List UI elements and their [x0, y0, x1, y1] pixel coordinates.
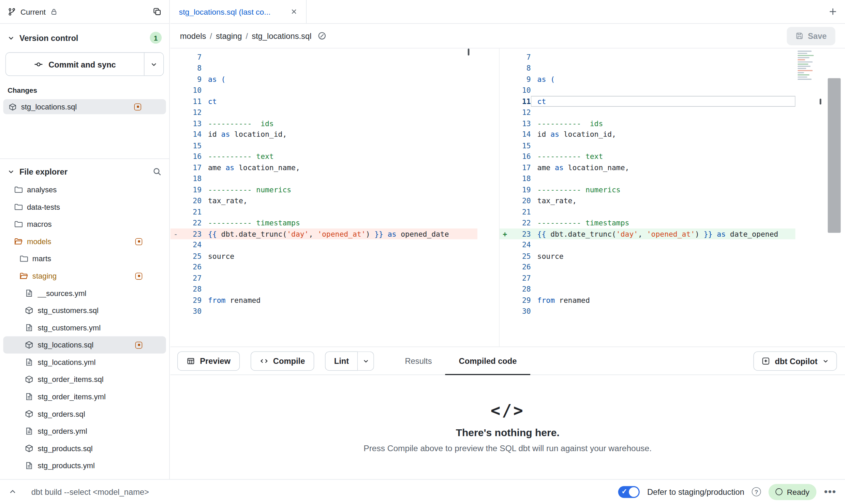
- file-tree-item-stg_locations.sql[interactable]: stg_locations.sql: [3, 336, 166, 354]
- code-line-20[interactable]: 20tax_rate,: [500, 195, 796, 206]
- lint-button[interactable]: Lint: [325, 351, 358, 371]
- code-line-26[interactable]: 26: [170, 261, 477, 272]
- code-line-24[interactable]: 24: [170, 239, 477, 250]
- lint-options-chevron[interactable]: [358, 351, 374, 371]
- diff-pane-original[interactable]: 6789as (1011ct1213---------- ids14id as …: [170, 48, 477, 346]
- code-line-26[interactable]: 26: [500, 261, 796, 272]
- file-tree-item-stg_customers.sql[interactable]: stg_customers.sql: [3, 302, 166, 319]
- code-line-15[interactable]: 15: [500, 140, 796, 151]
- right-pane-scrollbar[interactable]: [820, 99, 821, 104]
- code-line-9[interactable]: 9as (: [500, 74, 796, 85]
- chevron-up-icon[interactable]: [9, 488, 17, 496]
- file-tree-item-stg_orders.sql[interactable]: stg_orders.sql: [3, 405, 166, 423]
- file-tree-item-macros[interactable]: macros: [3, 216, 166, 233]
- preview-button[interactable]: Preview: [177, 351, 240, 371]
- editor-scrollbar-thumb[interactable]: [828, 78, 841, 233]
- code-line-23[interactable]: -23{{ dbt.date_trunc('day', 'opened_at')…: [170, 228, 477, 239]
- code-line-9[interactable]: 9as (: [170, 74, 477, 85]
- file-tree-item-__sources.yml[interactable]: __sources.yml: [3, 284, 166, 302]
- code-line-14[interactable]: 14id as location_id,: [170, 129, 477, 140]
- code-line-13[interactable]: 13---------- ids: [170, 118, 477, 129]
- code-line-21[interactable]: 21: [170, 206, 477, 217]
- code-line-19[interactable]: 19---------- numerics: [500, 184, 796, 195]
- file-tree-item-models[interactable]: models: [3, 233, 166, 250]
- breadcrumb-file[interactable]: stg_locations.sql: [252, 31, 311, 41]
- code-line-29[interactable]: 29from renamed: [170, 295, 477, 306]
- code-line-10[interactable]: 10: [500, 85, 796, 95]
- code-line-18[interactable]: 18: [170, 173, 477, 184]
- close-icon[interactable]: [291, 8, 298, 15]
- file-tree-item-marts[interactable]: marts: [3, 250, 166, 267]
- code-line-6[interactable]: 6: [170, 48, 477, 51]
- code-line-21[interactable]: 21: [500, 206, 796, 217]
- left-pane-scrollbar[interactable]: [468, 48, 470, 56]
- defer-toggle[interactable]: ✓: [618, 486, 640, 498]
- slash-circle-icon[interactable]: [317, 31, 327, 41]
- code-line-25[interactable]: 25source: [170, 250, 477, 261]
- code-line-24[interactable]: 24: [500, 239, 796, 250]
- search-icon[interactable]: [152, 167, 162, 176]
- file-tree-item-analyses[interactable]: analyses: [3, 181, 166, 198]
- code-line-22[interactable]: 22---------- timestamps: [500, 217, 796, 228]
- code-line-25[interactable]: 25source: [500, 250, 796, 261]
- save-button[interactable]: Save: [787, 27, 835, 45]
- minimap[interactable]: [796, 49, 817, 82]
- file-tree-item-stg_customers.yml[interactable]: stg_customers.yml: [3, 319, 166, 337]
- code-line-12[interactable]: 12: [500, 107, 796, 118]
- code-line-12[interactable]: 12: [170, 107, 477, 118]
- commit-options-chevron[interactable]: [144, 53, 163, 75]
- diff-pane-modified[interactable]: 6789as (1011ct1213---------- ids14id as …: [499, 48, 795, 346]
- code-line-30[interactable]: 30: [170, 306, 477, 316]
- help-icon[interactable]: ?: [752, 487, 761, 496]
- file-tree-item-stg_products.yml[interactable]: stg_products.yml: [3, 457, 166, 474]
- code-line-10[interactable]: 10: [170, 85, 477, 95]
- code-line-6[interactable]: 6: [500, 48, 796, 51]
- file-tree-item-staging[interactable]: staging: [3, 267, 166, 285]
- environment-status-badge[interactable]: Ready: [769, 484, 817, 500]
- file-tree-item-stg_order_items.yml[interactable]: stg_order_items.yml: [3, 388, 166, 405]
- copy-icon[interactable]: [152, 7, 162, 16]
- code-line-28[interactable]: 28: [170, 283, 477, 294]
- new-tab-button[interactable]: [828, 0, 837, 23]
- code-line-8[interactable]: 8: [500, 62, 796, 73]
- code-line-28[interactable]: 28: [500, 283, 796, 294]
- file-tree-item-data-tests[interactable]: data-tests: [3, 198, 166, 216]
- code-line-7[interactable]: 7: [170, 51, 477, 62]
- code-line-18[interactable]: 18: [500, 173, 796, 184]
- tab-stg-locations[interactable]: stg_locations.sql (last co...: [170, 0, 307, 23]
- branch-name[interactable]: Current: [20, 7, 46, 16]
- file-tree-item-stg_order_items.sql[interactable]: stg_order_items.sql: [3, 371, 166, 388]
- compile-button[interactable]: Compile: [250, 351, 314, 371]
- code-line-19[interactable]: 19---------- numerics: [170, 184, 477, 195]
- file-tree-item-stg_locations.yml[interactable]: stg_locations.yml: [3, 354, 166, 371]
- tab-compiled-code[interactable]: Compiled code: [445, 347, 530, 375]
- code-line-29[interactable]: 29from renamed: [500, 295, 796, 306]
- file-explorer-header[interactable]: File explorer: [0, 159, 169, 181]
- breadcrumb-models[interactable]: models: [180, 31, 206, 41]
- dbt-command-input[interactable]: dbt build --select <model_name>: [31, 487, 149, 496]
- dbt-copilot-button[interactable]: dbt Copilot: [753, 351, 837, 371]
- code-line-13[interactable]: 13---------- ids: [500, 118, 796, 129]
- version-control-header[interactable]: Version control 1: [0, 24, 169, 49]
- code-line-22[interactable]: 22---------- timestamps: [170, 217, 477, 228]
- more-options-icon[interactable]: •••: [824, 486, 836, 498]
- code-line-16[interactable]: 16---------- text: [170, 151, 477, 162]
- commit-and-sync-button[interactable]: Commit and sync: [6, 53, 144, 75]
- code-line-23[interactable]: +23{{ dbt.date_trunc('day', 'opened_at')…: [500, 228, 796, 239]
- code-line-14[interactable]: 14id as location_id,: [500, 129, 796, 140]
- code-line-17[interactable]: 17ame as location_name,: [500, 162, 796, 173]
- code-line-27[interactable]: 27: [500, 272, 796, 283]
- breadcrumb-staging[interactable]: staging: [216, 31, 242, 41]
- code-line-8[interactable]: 8: [170, 62, 477, 73]
- file-tree-item-stg_orders.yml[interactable]: stg_orders.yml: [3, 423, 166, 440]
- code-line-15[interactable]: 15: [170, 140, 477, 151]
- code-line-27[interactable]: 27: [170, 272, 477, 283]
- code-line-30[interactable]: 30: [500, 306, 796, 316]
- code-line-11[interactable]: 11ct: [500, 96, 796, 107]
- changed-file-item[interactable]: stg_locations.sql: [3, 99, 166, 114]
- code-line-20[interactable]: 20tax_rate,: [170, 195, 477, 206]
- code-line-11[interactable]: 11ct: [170, 96, 477, 107]
- tab-results[interactable]: Results: [391, 347, 445, 375]
- code-line-17[interactable]: 17ame as location_name,: [170, 162, 477, 173]
- file-tree-item-stg_products.sql[interactable]: stg_products.sql: [3, 440, 166, 457]
